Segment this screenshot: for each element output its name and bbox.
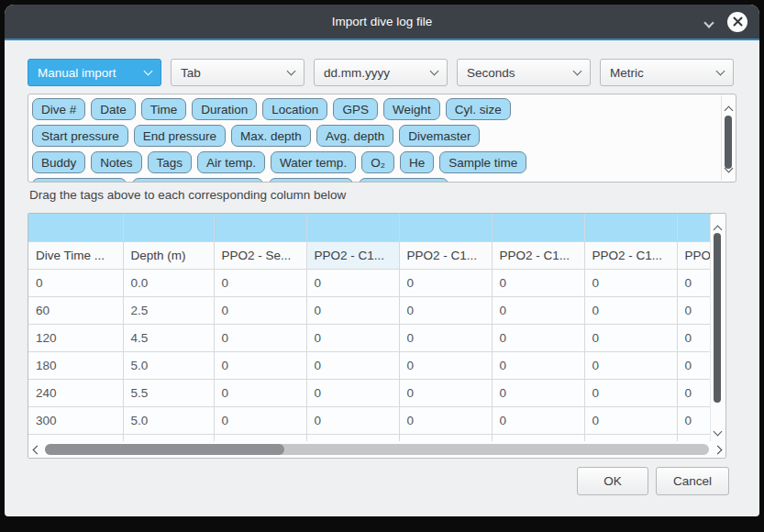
table-horizontal-scrollbar[interactable] xyxy=(28,441,725,458)
table-vertical-scrollbar[interactable] xyxy=(710,215,725,442)
body-cell: 0 xyxy=(399,379,492,406)
scroll-left-icon[interactable] xyxy=(28,447,45,453)
body-cell: 0 xyxy=(492,351,584,379)
body-cell: 0 xyxy=(399,269,492,296)
tag-start-pressure[interactable]: Start pressure xyxy=(32,125,128,147)
tag-notes[interactable]: Notes xyxy=(91,151,141,173)
body-cell: 0 xyxy=(492,296,584,324)
tag-row: BuddyNotesTagsAir temp.Water temp.O₂HeSa… xyxy=(32,151,719,173)
body-cell: 0 xyxy=(677,269,712,296)
body-cell: 5.0 xyxy=(123,406,214,434)
chevron-down-icon[interactable] xyxy=(705,14,713,30)
table-scrollbar-thumb[interactable] xyxy=(714,233,721,403)
body-cell: 0 xyxy=(677,324,712,351)
tag-sample-po[interactable]: Sample pO₂ xyxy=(269,178,354,182)
tag-sample-temperature[interactable]: Sample temperature xyxy=(132,178,262,182)
preview-table-frame: Dive Time ...Depth (m)PPO2 - Se...PPO2 -… xyxy=(28,213,726,459)
body-cell: 0 xyxy=(399,351,492,379)
preview-table: Dive Time ...Depth (m)PPO2 - Se...PPO2 -… xyxy=(28,214,712,443)
tag-he[interactable]: He xyxy=(400,151,434,173)
body-cell: 0 xyxy=(214,296,306,324)
cancel-button[interactable]: Cancel xyxy=(656,467,729,495)
tag-sample-time[interactable]: Sample time xyxy=(439,151,526,173)
combo-value: dd.mm.yyyy xyxy=(324,66,431,80)
scroll-down-icon[interactable] xyxy=(714,422,721,438)
x-glyph xyxy=(733,17,743,27)
body-cell: 0 xyxy=(306,351,399,379)
table-row: 00.0000000 xyxy=(28,269,712,296)
combo-value: Tab xyxy=(181,66,288,80)
tags-scrollbar[interactable] xyxy=(721,95,735,181)
column-drop-target[interactable] xyxy=(399,214,492,241)
tag-o[interactable]: O₂ xyxy=(361,151,394,173)
body-cell: 4.5 xyxy=(123,324,214,351)
header-cell: PPO2 - Se... xyxy=(214,241,306,269)
table-header-row: Dive Time ...Depth (m)PPO2 - Se...PPO2 -… xyxy=(28,241,712,269)
body-cell: 0 xyxy=(492,269,584,296)
tag-tags[interactable]: Tags xyxy=(148,151,193,173)
body-cell: 5.5 xyxy=(123,379,214,406)
body-cell: 0 xyxy=(306,379,399,406)
tag-divemaster[interactable]: Divemaster xyxy=(399,125,480,147)
hscroll-thumb[interactable] xyxy=(45,444,284,455)
body-cell: 0 xyxy=(677,406,712,434)
tag-row: Dive #DateTimeDurationLocationGPSWeightC… xyxy=(32,98,719,120)
tag-weight[interactable]: Weight xyxy=(383,98,440,120)
body-cell: 0 xyxy=(584,296,677,324)
tag-date[interactable]: Date xyxy=(91,98,136,120)
close-icon[interactable] xyxy=(727,12,747,32)
tag-avg-depth[interactable]: Avg. depth xyxy=(316,125,393,147)
tags-box: Dive #DateTimeDurationLocationGPSWeightC… xyxy=(28,94,736,183)
body-cell: 5.0 xyxy=(123,351,214,379)
body-cell: 0 xyxy=(399,296,492,324)
titlebar[interactable]: Import dive log file xyxy=(5,5,759,39)
tag-buddy[interactable]: Buddy xyxy=(32,151,85,173)
tag-gps[interactable]: GPS xyxy=(333,98,378,120)
body-cell: 0 xyxy=(492,379,584,406)
body-cell: 0 xyxy=(677,296,712,324)
column-drop-target[interactable] xyxy=(677,214,712,241)
chevron-down-icon xyxy=(573,67,582,76)
tag-dive[interactable]: Dive # xyxy=(32,98,85,120)
drop-target-row xyxy=(28,214,712,241)
combo-date-format[interactable]: dd.mm.yyyy xyxy=(314,59,448,86)
tag-air-temp[interactable]: Air temp. xyxy=(197,151,265,173)
tag-duration[interactable]: Duration xyxy=(192,98,257,120)
column-drop-target[interactable] xyxy=(492,214,584,241)
tag-sample-depth[interactable]: Sample depth xyxy=(32,178,127,182)
tag-end-pressure[interactable]: End pressure xyxy=(134,125,226,147)
tag-water-temp[interactable]: Water temp. xyxy=(271,151,356,173)
table-row: 3005.0000000 xyxy=(28,406,712,434)
body-cell: 0 xyxy=(399,324,492,351)
tag-location[interactable]: Location xyxy=(262,98,327,120)
column-drop-target[interactable] xyxy=(123,214,214,241)
scroll-down-icon[interactable] xyxy=(725,159,732,175)
tag-cyl-size[interactable]: Cyl. size xyxy=(446,98,511,120)
column-drop-target[interactable] xyxy=(306,214,399,241)
ok-button[interactable]: OK xyxy=(577,467,648,495)
drag-instruction: Drag the tags above to each correspondin… xyxy=(29,188,346,202)
preview-table-viewport: Dive Time ...Depth (m)PPO2 - Se...PPO2 -… xyxy=(28,214,712,443)
column-drop-target[interactable] xyxy=(214,214,306,241)
tag-row: Start pressureEnd pressureMax. depthAvg.… xyxy=(32,125,719,147)
tag-sample-cns[interactable]: Sample CNS xyxy=(359,178,448,182)
combo-units[interactable]: Metric xyxy=(600,59,734,86)
header-cell: PPO2 - C1... xyxy=(492,241,584,269)
combo-field-separator[interactable]: Tab xyxy=(171,59,304,86)
tag-time[interactable]: Time xyxy=(141,98,187,120)
body-cell: 0 xyxy=(399,406,492,434)
body-cell: 0 xyxy=(214,379,306,406)
tag-max-depth[interactable]: Max. depth xyxy=(231,125,311,147)
table-row: 1805.0000000 xyxy=(28,351,712,379)
hscroll-track[interactable] xyxy=(45,444,709,455)
combo-duration-format[interactable]: Seconds xyxy=(457,59,591,86)
table-row: 2405.5000000 xyxy=(28,379,712,406)
column-drop-target[interactable] xyxy=(28,214,123,241)
combo-import-mode[interactable]: Manual import xyxy=(28,59,161,86)
column-drop-target[interactable] xyxy=(584,214,677,241)
body-cell: 0 xyxy=(492,406,584,434)
scroll-right-icon[interactable] xyxy=(709,447,725,453)
body-cell: 0 xyxy=(677,351,712,379)
body-cell: 0 xyxy=(28,269,123,296)
combo-row: Manual importTabdd.mm.yyyySecondsMetric xyxy=(28,59,734,86)
